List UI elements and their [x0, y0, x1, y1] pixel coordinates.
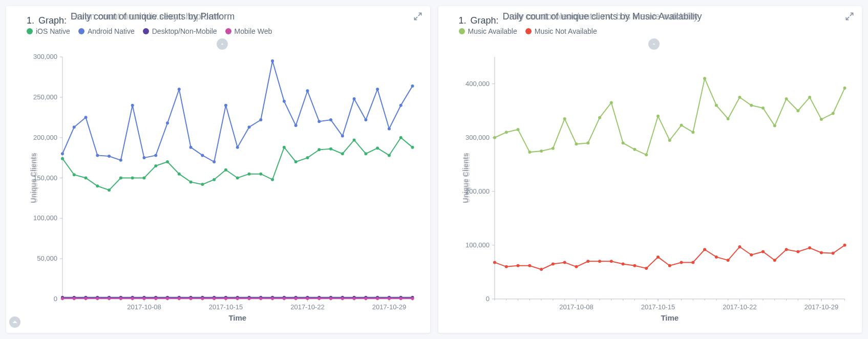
- svg-text:2017-10-29: 2017-10-29: [804, 303, 838, 311]
- svg-point-254: [703, 77, 706, 80]
- svg-text:400,000: 400,000: [465, 80, 490, 88]
- svg-point-102: [213, 160, 216, 163]
- svg-text:Time: Time: [228, 313, 246, 322]
- caret-icon[interactable]: [9, 316, 20, 328]
- svg-point-82: [341, 152, 344, 155]
- svg-point-238: [516, 128, 519, 131]
- svg-point-272: [551, 263, 554, 266]
- svg-point-289: [750, 253, 753, 257]
- svg-point-294: [808, 246, 811, 249]
- svg-point-167: [248, 297, 251, 300]
- svg-point-115: [364, 118, 367, 121]
- svg-point-255: [714, 104, 717, 107]
- svg-point-295: [819, 251, 822, 255]
- svg-text:2017-10-15: 2017-10-15: [209, 303, 243, 311]
- svg-point-296: [831, 252, 834, 255]
- svg-point-267: [493, 261, 496, 264]
- svg-text:50,000: 50,000: [37, 255, 57, 262]
- svg-point-116: [376, 88, 379, 91]
- svg-point-155: [108, 297, 111, 300]
- legend-item-music-not-available[interactable]: Music Not Available: [525, 27, 597, 35]
- svg-point-75: [259, 173, 262, 176]
- svg-point-247: [621, 141, 624, 144]
- svg-point-164: [213, 297, 216, 300]
- svg-text:2017-10-22: 2017-10-22: [723, 303, 756, 311]
- svg-point-292: [785, 248, 788, 251]
- svg-point-109: [294, 124, 298, 127]
- svg-point-94: [119, 159, 122, 162]
- svg-point-252: [680, 124, 683, 127]
- svg-point-103: [224, 104, 227, 107]
- svg-point-179: [388, 297, 391, 300]
- svg-point-241: [551, 147, 554, 150]
- svg-text:0: 0: [485, 295, 489, 303]
- svg-text:100,000: 100,000: [33, 214, 57, 222]
- svg-point-161: [178, 297, 181, 300]
- svg-point-237: [504, 131, 507, 134]
- svg-point-93: [108, 155, 111, 158]
- svg-point-288: [738, 245, 741, 248]
- legend-label: iOS Native: [36, 27, 70, 35]
- svg-point-87: [399, 136, 403, 139]
- svg-point-276: [598, 260, 601, 263]
- svg-point-60: [84, 177, 88, 180]
- swatch-icon: [459, 28, 465, 34]
- legend-item-ios[interactable]: iOS Native: [27, 27, 70, 35]
- svg-point-108: [283, 100, 286, 103]
- chart-plot-platform[interactable]: 050,000100,000150,000200,000250,000300,0…: [27, 52, 418, 325]
- collapse-icon[interactable]: [648, 38, 660, 50]
- legend-label: Music Not Available: [535, 27, 597, 35]
- svg-point-171: [294, 297, 298, 300]
- svg-point-83: [353, 138, 356, 141]
- svg-point-69: [189, 180, 193, 183]
- svg-point-70: [201, 183, 204, 186]
- svg-text:2017-10-08: 2017-10-08: [127, 303, 161, 311]
- svg-point-97: [154, 154, 157, 157]
- svg-point-156: [119, 297, 122, 300]
- swatch-icon: [27, 28, 33, 34]
- svg-point-72: [224, 168, 227, 172]
- svg-point-169: [271, 297, 274, 300]
- collapse-icon[interactable]: [217, 38, 228, 50]
- svg-point-86: [388, 154, 391, 157]
- legend-item-mobileweb[interactable]: Mobile Web: [225, 27, 272, 35]
- chart-plot-music[interactable]: 0100,000200,000300,000400,0002017-10-082…: [459, 52, 850, 325]
- svg-text:300,000: 300,000: [465, 134, 490, 141]
- chart-card-platform: 1. Graph: Daily count of unique clients …: [6, 6, 430, 333]
- svg-point-66: [154, 164, 157, 167]
- legend-item-desktop[interactable]: Desktop/Non-Mobile: [143, 27, 217, 35]
- svg-point-293: [796, 250, 799, 253]
- svg-point-180: [399, 297, 403, 300]
- card-title: Daily count of unique clients by Music A…: [503, 11, 850, 24]
- svg-point-257: [738, 96, 741, 99]
- svg-point-278: [621, 263, 624, 266]
- svg-point-76: [271, 178, 274, 181]
- svg-point-79: [306, 156, 309, 159]
- swatch-icon: [143, 28, 149, 34]
- svg-point-256: [726, 117, 729, 120]
- svg-point-244: [586, 141, 589, 144]
- svg-point-264: [819, 118, 822, 121]
- legend-item-music-available[interactable]: Music Available: [459, 27, 517, 35]
- svg-point-101: [201, 154, 204, 157]
- svg-text:Time: Time: [661, 313, 679, 322]
- legend-item-android[interactable]: Android Native: [78, 27, 135, 35]
- svg-point-236: [493, 136, 496, 139]
- svg-point-107: [271, 59, 274, 62]
- svg-point-284: [691, 261, 694, 264]
- svg-point-176: [353, 297, 356, 300]
- svg-point-250: [656, 115, 659, 118]
- svg-point-245: [598, 116, 601, 119]
- svg-point-239: [528, 151, 531, 154]
- svg-point-65: [142, 177, 145, 180]
- svg-point-74: [248, 173, 251, 176]
- svg-point-117: [388, 127, 391, 130]
- svg-point-243: [575, 142, 578, 145]
- svg-point-152: [73, 297, 76, 300]
- legend-label: Music Available: [468, 27, 517, 35]
- svg-point-99: [178, 88, 181, 91]
- svg-point-297: [843, 244, 846, 247]
- svg-point-63: [119, 177, 122, 180]
- svg-point-281: [656, 256, 659, 259]
- svg-point-248: [633, 148, 636, 151]
